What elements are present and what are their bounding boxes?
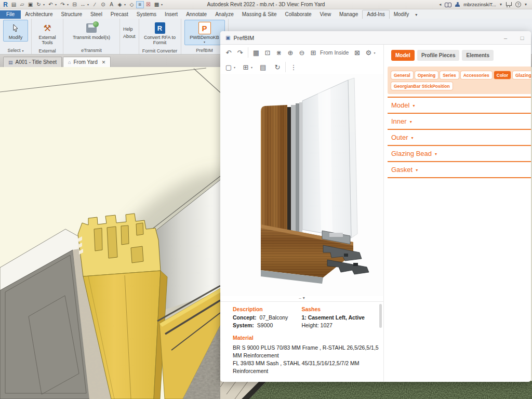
view-tab-from-yard[interactable]: ⌂ From Yard ✕ xyxy=(63,57,111,67)
redo-icon[interactable]: ↷ xyxy=(235,47,245,58)
tab-annotate[interactable]: Annotate xyxy=(182,10,211,19)
accordion-model[interactable]: Model▾ xyxy=(388,98,531,114)
view-settings-icon[interactable]: ⚙ xyxy=(363,47,374,58)
material-line-1: BR S 9000 PLUS 70/83 MM Frame , R-STAHL … xyxy=(233,344,382,360)
undo-icon[interactable]: ↶ xyxy=(47,1,55,8)
store-cart-icon[interactable] xyxy=(506,2,512,7)
about-button[interactable]: About xyxy=(123,34,136,39)
help-icon[interactable]: ? xyxy=(515,2,521,7)
account-caret-icon[interactable]: ▾ xyxy=(500,2,502,7)
search-icon[interactable] xyxy=(445,3,451,7)
tag-icon[interactable]: ⊙ xyxy=(99,1,107,8)
collapse-search-icon[interactable]: ◂ xyxy=(439,2,441,7)
section-icon[interactable]: ◇ xyxy=(128,1,136,8)
tab-model[interactable]: Model xyxy=(391,50,415,61)
transmit-models-button[interactable]: Transmit model(s) xyxy=(66,20,116,42)
text-icon[interactable]: A xyxy=(108,1,115,8)
subtab-general[interactable]: General xyxy=(391,71,413,79)
undo-icon[interactable]: ↶ xyxy=(223,47,234,58)
zoom-in-icon[interactable]: ⊕ xyxy=(285,47,296,58)
selection-options-icon[interactable]: ▢ xyxy=(223,62,234,72)
view-settings-caret-icon[interactable]: ▾ xyxy=(374,51,375,55)
close-view-icon[interactable]: ✕ xyxy=(102,60,106,65)
measure-icon[interactable]: ↔ xyxy=(79,1,87,8)
accordion-inner[interactable]: Inner▾ xyxy=(388,114,531,130)
fullscreen-icon[interactable]: ⋇ xyxy=(274,47,284,58)
ribbon-options-icon[interactable]: ▾ xyxy=(415,12,417,19)
tab-manage[interactable]: Manage xyxy=(335,10,362,19)
accordion-glazing-bead[interactable]: Glazing Bead▾ xyxy=(388,146,531,162)
info-scrollbar[interactable] xyxy=(379,304,382,328)
tab-elements[interactable]: Elements xyxy=(462,50,493,61)
selection-options-caret-icon[interactable]: ▾ xyxy=(234,65,235,69)
view-tab-title-sheet[interactable]: ▤ A001 - Title Sheet xyxy=(3,57,62,67)
sync-caret-icon[interactable]: ▾ xyxy=(43,3,46,6)
accordion-outer[interactable]: Outer▾ xyxy=(388,130,531,146)
tab-architecture[interactable]: Architecture xyxy=(21,10,57,19)
tab-add-ins[interactable]: Add-Ins xyxy=(362,10,389,19)
tab-file[interactable]: File xyxy=(0,10,21,19)
subtab-accessories[interactable]: Accessories xyxy=(461,71,492,79)
pwbdemokb-button[interactable]: P PWBDemoKB ▾ xyxy=(184,20,225,45)
tab-profile-pieces[interactable]: Profile Pieces xyxy=(417,50,460,61)
close-hidden-windows-icon[interactable]: ☒ xyxy=(144,1,152,8)
tab-massing-site[interactable]: Massing & Site xyxy=(238,10,281,19)
save-icon[interactable]: ▣ xyxy=(26,1,34,8)
dialog-titlebar[interactable]: ▣ PrefBIM – □ xyxy=(220,31,531,45)
undo-caret-icon[interactable]: ▾ xyxy=(55,3,58,6)
grid-edit-caret-icon[interactable]: ▾ xyxy=(251,65,252,69)
help-caret-icon[interactable]: ▾ xyxy=(525,2,527,7)
qat-customize-icon[interactable]: ▾ xyxy=(161,3,164,6)
switch-windows-icon[interactable]: ▩ xyxy=(153,1,161,8)
subtab-opening[interactable]: Opening xyxy=(415,71,438,79)
tab-modify[interactable]: Modify xyxy=(390,10,413,19)
tab-steel[interactable]: Steel xyxy=(86,10,107,19)
username[interactable]: mbrzezinskiT... xyxy=(463,2,496,7)
zoom-out-icon[interactable]: ⊖ xyxy=(297,47,307,58)
from-inside-label[interactable]: From Inside xyxy=(320,49,349,56)
view3d-caret-icon[interactable]: ▾ xyxy=(124,3,127,6)
subtab-glazing[interactable]: Glazing xyxy=(513,71,531,79)
tab-view[interactable]: View xyxy=(316,10,336,19)
rotate-icon[interactable]: ↻ xyxy=(272,62,283,72)
section-box-icon[interactable]: ⊠ xyxy=(352,47,362,58)
aligned-dimension-icon[interactable]: ∕ xyxy=(91,1,99,8)
sync-icon[interactable]: ↻ xyxy=(35,1,43,8)
modify-button[interactable]: Modify xyxy=(3,20,28,42)
panel-select-label[interactable]: Select▾ xyxy=(0,47,31,54)
open-icon[interactable]: ▱ xyxy=(18,1,26,8)
window-preview-3d[interactable]: – ▾ xyxy=(220,74,383,301)
tab-analyze[interactable]: Analyze xyxy=(211,10,238,19)
convert-rfa-button[interactable]: R Convert RFA to Formit xyxy=(142,20,178,47)
redo-caret-icon[interactable]: ▾ xyxy=(67,3,70,6)
default-3d-view-icon[interactable]: ◈ xyxy=(116,1,124,8)
fit-view-icon[interactable]: ▦ xyxy=(251,47,261,58)
subtab-series[interactable]: Series xyxy=(440,71,459,79)
preview-collapse-handle[interactable]: – ▾ xyxy=(299,296,304,300)
layers-icon[interactable]: ▤ xyxy=(258,62,268,72)
tab-systems[interactable]: Systems xyxy=(132,10,161,19)
convert-rfa-label: Convert RFA to Formit xyxy=(143,35,177,46)
subtab-georgianbar-stickposition[interactable]: GeorgianBar StickPosition xyxy=(391,82,453,90)
tab-precast[interactable]: Precast xyxy=(107,10,132,19)
measure-caret-icon[interactable]: ▾ xyxy=(87,3,90,6)
new-doc-icon[interactable]: ▤ xyxy=(10,1,18,8)
from-inside-icon[interactable]: ⊞ xyxy=(308,47,318,58)
revit-logo-icon[interactable]: R xyxy=(2,1,9,8)
print-icon[interactable]: ⊟ xyxy=(71,1,78,8)
focus-icon[interactable]: ⊡ xyxy=(262,47,273,58)
external-tools-button[interactable]: ⚒ External Tools xyxy=(35,20,60,47)
tab-collaborate[interactable]: Collaborate xyxy=(281,10,315,19)
thin-lines-icon[interactable]: ≡ xyxy=(136,1,144,8)
help-button[interactable]: Help xyxy=(123,26,133,32)
grid-edit-icon[interactable]: ⊞ xyxy=(241,62,251,72)
account-icon[interactable] xyxy=(455,2,460,7)
subtab-color[interactable]: Color xyxy=(494,71,511,79)
tab-insert[interactable]: Insert xyxy=(161,10,182,19)
redo-icon[interactable]: ↷ xyxy=(59,1,66,8)
dialog-minimize-button[interactable]: – xyxy=(502,35,509,41)
dialog-maximize-button[interactable]: □ xyxy=(518,35,526,41)
more-options-icon[interactable]: ⋮ xyxy=(288,62,299,72)
accordion-gasket[interactable]: Gasket▾ xyxy=(388,162,531,178)
tab-structure[interactable]: Structure xyxy=(57,10,86,19)
